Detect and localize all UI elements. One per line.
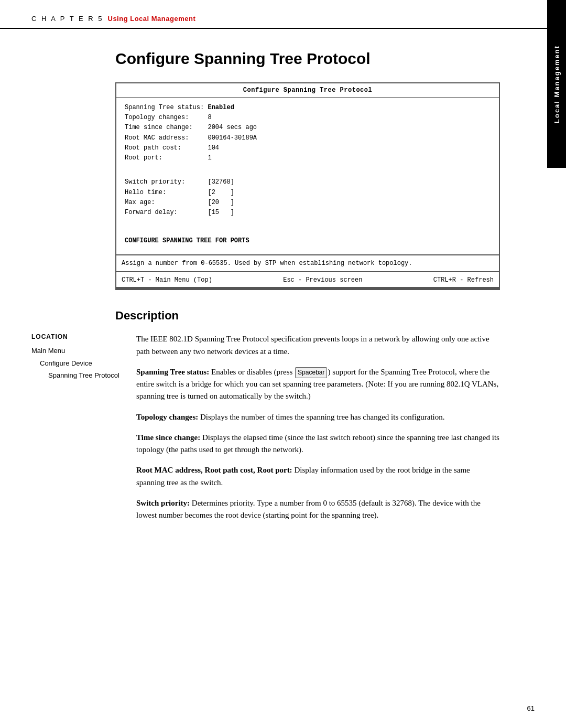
field-max-age[interactable]: Max age: [20 ] xyxy=(125,198,491,208)
location-label: LOCATION xyxy=(31,333,136,340)
page-title: Configure Spanning Tree Protocol xyxy=(115,50,500,68)
page-number: 61 xyxy=(527,704,535,712)
field-hello-time[interactable]: Hello time: [2 ] xyxy=(125,188,491,198)
field-root-port: Root port: 1 xyxy=(125,153,491,163)
field-time-change: Time since change: 2004 secs ago xyxy=(125,123,491,133)
nav-top: CTRL+T - Main Menu (Top) xyxy=(122,276,212,284)
field-switch-priority[interactable]: Switch priority: [32768] xyxy=(125,177,491,187)
terminal-help-text: Assign a number from 0-65535. Used by ST… xyxy=(116,258,499,269)
terminal-header: Configure Spanning Tree Protocol xyxy=(116,83,499,98)
side-tab-text: Local Management xyxy=(553,45,561,123)
configure-ports-link[interactable]: CONFIGURE SPANNING TREE FOR PORTS xyxy=(125,236,491,246)
field-stp-status: Spanning Tree status: Enabled xyxy=(125,103,491,113)
terminal-fields: Spanning Tree status: Enabled Topology c… xyxy=(125,103,491,163)
chapter-title: Using Local Management xyxy=(108,15,196,23)
terminal-nav: CTRL+T - Main Menu (Top) Esc - Previous … xyxy=(116,274,499,286)
field-root-mac: Root MAC address: 000164-30189A xyxy=(125,133,491,143)
terminal-bottom-border xyxy=(116,287,499,289)
term-time-since-change: Time since change: xyxy=(136,433,200,442)
term-stp-status: Spanning Tree status: xyxy=(136,368,209,376)
desc-switch-priority: Switch priority: Determines priority. Ty… xyxy=(136,497,500,522)
spacebar-key: Spacebar xyxy=(295,367,327,378)
field-forward-delay[interactable]: Forward delay: [15 ] xyxy=(125,208,491,218)
term-switch-priority: Switch priority: xyxy=(136,499,190,507)
location-item-configure-device: Configure Device xyxy=(31,357,136,369)
chapter-label: C H A P T E R 5 xyxy=(31,15,104,23)
term-topology-changes: Topology changes: xyxy=(136,413,198,421)
main-content: Configure Spanning Tree Protocol Configu… xyxy=(0,29,547,551)
desc-stp-status: Spanning Tree status: Enables or disable… xyxy=(136,366,500,403)
content-with-sidebar: LOCATION Main Menu Configure Device Span… xyxy=(31,333,500,530)
terminal-separator-bottom xyxy=(116,254,499,255)
side-tab: Local Management xyxy=(547,0,566,168)
location-sidebar: LOCATION Main Menu Configure Device Span… xyxy=(31,333,136,530)
field-topology: Topology changes: 8 xyxy=(125,113,491,123)
terminal-box: Configure Spanning Tree Protocol Spannin… xyxy=(115,82,500,290)
section-title: Description xyxy=(115,309,500,323)
terminal-nav-separator xyxy=(116,271,499,272)
desc-root-info: Root MAC address, Root path cost, Root p… xyxy=(136,464,500,489)
terminal-editable-fields: Switch priority: [32768] Hello time: [2 … xyxy=(125,177,491,218)
nav-refresh: CTRL+R - Refresh xyxy=(433,276,494,284)
desc-time-since-change: Time since change: Displays the elapsed … xyxy=(136,432,500,456)
field-root-path: Root path cost: 104 xyxy=(125,143,491,153)
desc-intro: The IEEE 802.1D Spanning Tree Protocol s… xyxy=(136,333,500,358)
term-root-info: Root MAC address, Root path cost, Root p… xyxy=(136,466,292,474)
description-content: The IEEE 802.1D Spanning Tree Protocol s… xyxy=(136,333,500,530)
location-item-main-menu: Main Menu xyxy=(31,345,136,357)
terminal-body: Spanning Tree status: Enabled Topology c… xyxy=(116,98,499,252)
location-item-stp: Spanning Tree Protocol xyxy=(31,369,136,381)
nav-prev: Esc - Previous screen xyxy=(283,276,362,284)
desc-topology-changes: Topology changes: Displays the number of… xyxy=(136,411,500,423)
chapter-header: C H A P T E R 5 Using Local Management xyxy=(0,0,566,29)
